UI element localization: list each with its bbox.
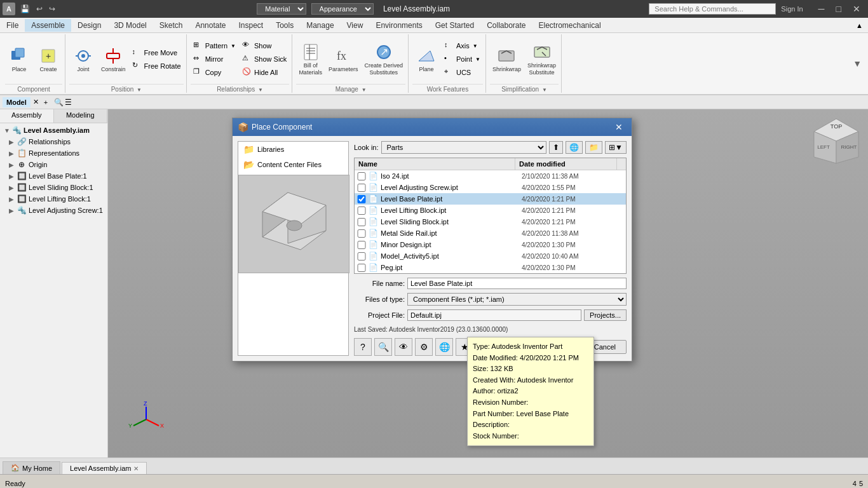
projects-button[interactable]: Projects... <box>584 309 627 321</box>
menu-tools[interactable]: Tools <box>269 19 300 32</box>
tree-item-base-plate[interactable]: ▶ 🔲 Level Base Plate:1 <box>1 170 106 182</box>
shrinkwrap-sub-button[interactable]: Shrinkwrap Substitute <box>525 41 559 78</box>
file-checkbox[interactable] <box>357 195 366 203</box>
tree-item-relationships[interactable]: ▶ 🔗 Relationships <box>1 136 106 147</box>
menu-3dmodel[interactable]: 3D Model <box>107 19 153 32</box>
file-row[interactable]: 📄 Peg.ipt 4/20/2020 1:30 PM <box>355 262 626 273</box>
options2-btn[interactable]: ⚙ <box>415 338 433 356</box>
file-checkbox[interactable] <box>357 264 366 272</box>
dialog-titlebar[interactable]: 📦 Place Component ✕ <box>233 118 632 136</box>
free-move-btn[interactable]: ↕ Free Move <box>130 46 184 59</box>
menu-environments[interactable]: Environments <box>369 19 428 32</box>
look-in-select[interactable]: Parts <box>381 141 547 154</box>
mirror-btn[interactable]: ⇔ Mirror <box>191 53 238 65</box>
pattern-btn[interactable]: ⊞ Pattern ▼ <box>191 39 238 52</box>
bom-button[interactable]: Bill of Materials <box>296 41 325 78</box>
tree-item-sliding-block[interactable]: ▶ 🔲 Level Sliding Block:1 <box>1 182 106 193</box>
file-checkbox[interactable] <box>357 184 366 192</box>
menu-assemble[interactable]: Assemble <box>25 19 71 32</box>
file-row[interactable]: 📄 Level Sliding Block.ipt 4/20/2020 1:21… <box>355 216 626 227</box>
dlg-libraries[interactable]: 📁 Libraries <box>238 142 348 157</box>
place-button[interactable]: Place <box>5 44 33 74</box>
joint-button[interactable]: Joint <box>69 44 97 74</box>
tab-assembly-file[interactable]: Level Assembly.iam ✕ <box>62 462 147 474</box>
appearance-dropdown[interactable]: Appearance <box>311 3 374 15</box>
tree-item-origin[interactable]: ▶ ⊕ Origin <box>1 159 106 170</box>
model-close-btn[interactable]: ✕ <box>31 98 41 106</box>
menu-view[interactable]: View <box>341 19 370 32</box>
globe-btn[interactable]: 🌐 <box>435 338 453 356</box>
model-label[interactable]: Model <box>3 97 31 107</box>
file-name-input[interactable] <box>407 278 627 289</box>
col-name[interactable]: Name <box>355 158 515 170</box>
col-date[interactable]: Date modified <box>515 158 617 170</box>
tab-modeling[interactable]: Modeling <box>54 109 108 123</box>
minimize-btn[interactable]: ─ <box>813 3 830 15</box>
file-row[interactable]: 📄 Level Adjusting Screw.ipt 4/20/2020 1:… <box>355 182 626 193</box>
file-row[interactable]: 📄 Iso 24.ipt 2/10/2020 11:38 AM <box>355 170 626 182</box>
preview-btn[interactable]: 👁 <box>395 338 412 356</box>
redo-icon[interactable]: ↪ <box>46 3 58 15</box>
save-icon[interactable]: 💾 <box>18 3 32 15</box>
find-btn[interactable]: 🔍 <box>374 338 392 356</box>
file-checkbox[interactable] <box>357 252 366 261</box>
dlg-content-center[interactable]: 📂 Content Center Files <box>238 157 348 172</box>
menu-getstarted[interactable]: Get Started <box>429 19 480 32</box>
parameters-button[interactable]: fx Parameters <box>326 44 361 74</box>
view-cube[interactable]: TOP LEFT RIGHT <box>811 116 862 166</box>
sign-in-btn[interactable]: Sign In <box>776 5 808 13</box>
search-input[interactable] <box>649 3 776 15</box>
file-checkbox[interactable] <box>357 229 366 238</box>
star-btn[interactable]: ★ <box>456 338 473 356</box>
ucs-btn[interactable]: ⌖ UCS <box>442 66 483 79</box>
constrain-button[interactable]: Constrain <box>98 44 128 74</box>
tree-item-adjusting-screw[interactable]: ▶ 🔩 Level Adjusting Screw:1 <box>1 205 106 216</box>
copy-btn[interactable]: ❐ Copy <box>191 66 238 79</box>
free-rotate-btn[interactable]: ↻ Free Rotate <box>130 60 184 72</box>
menu-sketch[interactable]: Sketch <box>153 19 189 32</box>
dialog-close-btn[interactable]: ✕ <box>611 121 627 133</box>
help-btn[interactable]: ? <box>354 338 372 356</box>
files-of-type-select[interactable]: Component Files (*.ipt; *.iam) <box>407 293 627 306</box>
menu-design[interactable]: Design <box>71 19 107 32</box>
nav-new-folder-btn[interactable]: 📁 <box>585 141 602 154</box>
hide-all-btn[interactable]: 🚫 Hide All <box>240 66 289 79</box>
cancel-button[interactable]: Cancel <box>583 340 627 354</box>
undo-icon[interactable]: ↩ <box>34 3 45 15</box>
show-sick-btn[interactable]: ⚠ Show Sick <box>240 53 289 65</box>
file-row[interactable]: 📄 Level Lifting Block.ipt 4/20/2020 1:21… <box>355 205 626 216</box>
file-row[interactable]: 📄 Minor Design.ipt 4/20/2020 1:30 PM <box>355 239 626 250</box>
ribbon-options-btn[interactable]: ▼ <box>853 58 862 69</box>
file-list-scrollable[interactable]: 📄 Iso 24.ipt 2/10/2020 11:38 AM 📄 Level … <box>355 170 626 273</box>
menu-inspect[interactable]: Inspect <box>232 19 269 32</box>
nav-web-btn[interactable]: 🌐 <box>566 141 583 154</box>
point-btn[interactable]: • Point ▼ <box>442 53 483 65</box>
expand-btn[interactable]: ▲ <box>856 22 868 29</box>
tree-menu-btn[interactable]: ☰ <box>65 98 72 107</box>
tree-root[interactable]: ▼ 🔩 Level Assembly.iam <box>1 125 106 136</box>
file-row[interactable]: 📄 Metal Side Rail.ipt 4/20/2020 11:38 AM <box>355 227 626 239</box>
axis-btn[interactable]: ↕ Axis ▼ <box>442 39 483 52</box>
file-checkbox[interactable] <box>357 241 366 249</box>
tree-item-lifting-block[interactable]: ▶ 🔲 Level Lifting Block:1 <box>1 193 106 205</box>
file-checkbox[interactable] <box>357 207 366 215</box>
tab-close-btn[interactable]: ✕ <box>133 465 139 472</box>
shrinkwrap-button[interactable]: Shrinkwrap <box>490 44 524 74</box>
nav-up-btn[interactable]: ⬆ <box>549 141 563 154</box>
file-row[interactable]: 📄 Model_Activity5.ipt 4/20/2020 10:40 AM <box>355 250 626 262</box>
create-derived-button[interactable]: ↗ Create Derived Substitutes <box>362 41 405 78</box>
file-row[interactable]: 📄 Level Base Plate.ipt 4/20/2020 1:21 PM <box>355 193 626 205</box>
menu-manage[interactable]: Manage <box>300 19 340 32</box>
material-dropdown[interactable]: Material <box>257 3 306 15</box>
plane-button[interactable]: Plane <box>412 44 440 74</box>
maximize-btn[interactable]: □ <box>831 3 846 15</box>
menu-file[interactable]: File <box>0 19 25 32</box>
tree-search-btn[interactable]: 🔍 <box>54 98 64 107</box>
tab-home[interactable]: 🏠 My Home <box>3 461 60 474</box>
add-model-tab-btn[interactable]: + <box>41 98 50 106</box>
file-checkbox[interactable] <box>357 172 366 180</box>
file-checkbox[interactable] <box>357 218 366 226</box>
menu-annotate[interactable]: Annotate <box>189 19 232 32</box>
menu-electromechanical[interactable]: Electromechanical <box>532 19 607 32</box>
project-file-input[interactable] <box>407 309 581 321</box>
